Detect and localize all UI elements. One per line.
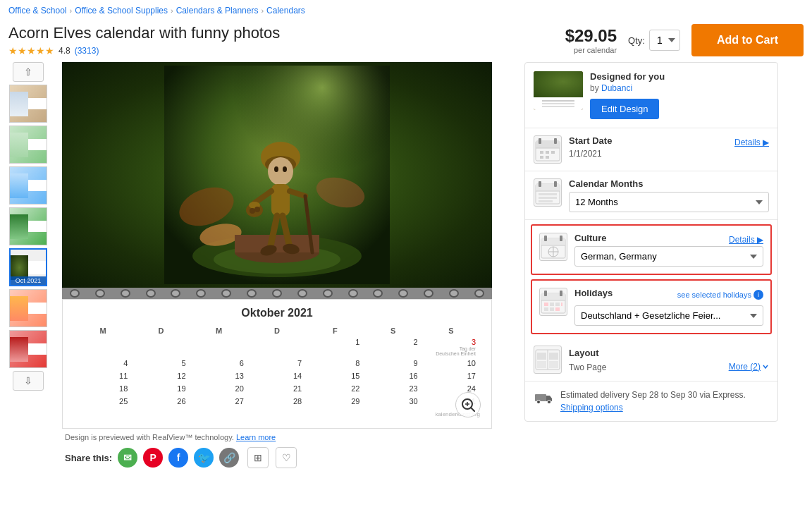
cal-cell: 12	[132, 370, 190, 383]
svg-rect-31	[542, 103, 574, 104]
dow-sun: S	[422, 325, 480, 336]
breadcrumb: Office & School › Office & School Suppli…	[0, 0, 812, 21]
thumbnail-1[interactable]	[9, 85, 47, 123]
right-panel: Designed for you by Dubanci Edit Design	[524, 62, 778, 474]
cal-cell: 16	[364, 370, 422, 383]
wishlist-icon[interactable]: ♡	[276, 447, 297, 468]
qty-area: Qty: 1 2 3	[628, 30, 680, 51]
thumb-nav-down[interactable]: ⇩	[13, 371, 44, 391]
review-count[interactable]: (3313)	[75, 46, 99, 56]
delivery-section: Estimated delivery Sep 28 to Sep 30 via …	[525, 382, 777, 421]
culture-content: Culture Details ▶ German, Germany Englis…	[574, 233, 763, 267]
svg-rect-70	[555, 307, 560, 311]
breadcrumb-sep-2: ›	[171, 6, 173, 15]
svg-rect-69	[550, 307, 554, 311]
compare-icon[interactable]: ⊞	[247, 447, 269, 468]
cal-cell: 2	[364, 336, 422, 358]
calendar-months-select[interactable]: 12 Months 18 Months 6 Months	[569, 192, 769, 212]
more-label: More (2)	[729, 362, 761, 372]
svg-rect-75	[537, 361, 546, 368]
share-pinterest-icon[interactable]: P	[143, 448, 163, 468]
start-date-content: Start Date Details ▶ 1/1/2021	[569, 135, 769, 161]
cal-cell: 26	[132, 396, 190, 408]
svg-rect-64	[544, 303, 548, 306]
info-icon[interactable]: i	[753, 290, 763, 300]
designer-link[interactable]: Dubanci	[601, 83, 632, 93]
holidays-icon	[540, 289, 567, 315]
breadcrumb-office-school[interactable]: Office & School	[8, 6, 67, 16]
svg-rect-40	[551, 151, 555, 154]
cal-cell: 23	[364, 383, 422, 396]
thumbnail-strip: ⇧ Oct 2021	[6, 62, 51, 474]
cal-cell: 8	[306, 358, 364, 370]
svg-rect-49	[539, 197, 557, 199]
svg-rect-76	[549, 361, 558, 368]
thumbnail-6[interactable]	[9, 289, 47, 327]
rating-value: 4.8	[59, 46, 70, 56]
calendar-grid: M D M D F S S	[74, 325, 480, 408]
svg-rect-47	[554, 181, 557, 187]
dow-wed: M	[190, 325, 248, 336]
cal-cell: 28	[248, 396, 306, 408]
edit-design-button[interactable]: Edit Design	[590, 99, 659, 119]
cal-week-2: 4 5 6 7 8 9 10	[74, 358, 480, 370]
add-to-cart-button[interactable]: Add to Cart	[691, 24, 804, 56]
breadcrumb-calendars-planners[interactable]: Calendars & Planners	[176, 6, 259, 16]
holidays-section: Holidays see selected holidays i Deutsch…	[531, 279, 772, 334]
spiral-binding	[62, 288, 492, 299]
svg-rect-8	[235, 235, 319, 252]
share-row: Share this: ✉ P f 🐦 🔗 ⊞ ♡	[62, 441, 513, 474]
calendar-months-content: Calendar Months 12 Months 18 Months 6 Mo…	[569, 178, 769, 212]
cal-cell: 17	[422, 370, 480, 383]
cal-week-5: 25 26 27 28 29 30 31	[74, 396, 480, 408]
share-facebook-icon[interactable]: f	[168, 448, 188, 468]
zoom-icon[interactable]	[455, 392, 481, 417]
delivery-estimate: Estimated delivery Sep 28 to Sep 30 via …	[560, 390, 746, 400]
culture-icon	[540, 234, 567, 260]
see-holidays-link[interactable]: see selected holidays i	[677, 290, 763, 300]
start-date-details-link[interactable]: Details ▶	[734, 138, 769, 147]
layout-more-link[interactable]: More (2)	[729, 362, 769, 372]
share-twitter-icon[interactable]: 🐦	[194, 448, 214, 468]
cal-cell	[74, 336, 132, 358]
by-line: by Dubanci	[590, 83, 769, 93]
svg-rect-63	[560, 291, 562, 296]
svg-point-13	[283, 166, 287, 172]
culture-select[interactable]: German, Germany English, United States F…	[574, 246, 763, 267]
share-link-icon[interactable]: 🔗	[219, 448, 239, 468]
share-email-icon[interactable]: ✉	[118, 448, 137, 468]
svg-rect-48	[539, 193, 557, 195]
breadcrumb-calendars[interactable]: Calendars	[266, 6, 305, 16]
calendar-body: Oktober 2021 M D M D F S S	[62, 299, 492, 429]
calendar-preview: Oktober 2021 M D M D F S S	[62, 62, 492, 429]
svg-rect-77	[535, 394, 546, 401]
delivery-text: Estimated delivery Sep 28 to Sep 30 via …	[560, 389, 746, 414]
cal-week-1: 1 2 3Tag derDeutschen Einheit	[74, 336, 480, 358]
holidays-content: Holidays see selected holidays i Deutsch…	[574, 288, 763, 326]
cal-cell: 6	[190, 358, 248, 370]
thumbnail-4[interactable]	[9, 207, 47, 245]
breadcrumb-office-school-supplies[interactable]: Office & School Supplies	[75, 6, 168, 16]
cal-week-4: 18 19 20 21 22 23 24	[74, 383, 480, 396]
layout-value: Two Page	[569, 362, 606, 372]
cal-week-3: 11 12 13 14 15 16 17	[74, 370, 480, 383]
thumbnail-5-oct2021[interactable]: Oct 2021	[9, 248, 47, 286]
thumb-nav-up[interactable]: ⇧	[13, 62, 44, 82]
thumbnail-7[interactable]	[9, 330, 47, 368]
main-image-area: Oktober 2021 M D M D F S S	[62, 62, 513, 474]
designed-for-label: Designed for you	[590, 71, 769, 82]
thumbnail-2[interactable]	[9, 126, 47, 164]
learn-more-link[interactable]: Learn more	[236, 433, 276, 441]
svg-rect-42	[546, 156, 549, 159]
holidays-select[interactable]: Deutschland + Gesetzliche Feier... None	[574, 305, 763, 326]
holidays-label: Holidays	[574, 288, 613, 298]
product-header: Acorn Elves calendar with funny photos ★…	[0, 21, 812, 62]
price-block: $29.05 per calendar	[565, 26, 617, 54]
cal-cell: 11	[74, 370, 132, 383]
shipping-options-link[interactable]: Shipping options	[560, 403, 623, 413]
thumbnail-3[interactable]	[9, 166, 47, 205]
main-image-container: Oktober 2021 M D M D F S S	[62, 62, 492, 429]
svg-rect-36	[539, 138, 541, 144]
culture-details-link[interactable]: Details ▶	[729, 235, 763, 245]
qty-select[interactable]: 1 2 3	[649, 30, 680, 51]
